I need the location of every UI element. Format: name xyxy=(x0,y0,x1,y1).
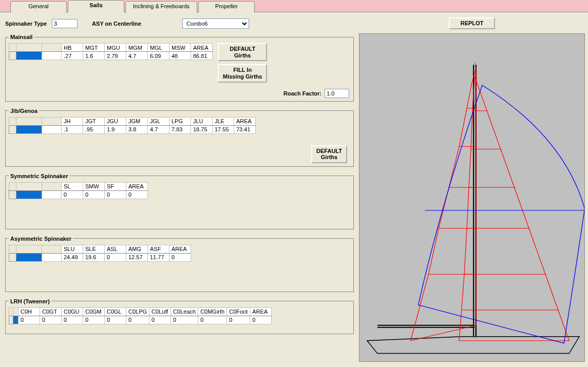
sym-legend: Symmetric Spinnaker xyxy=(9,173,70,179)
lrh-table[interactable]: C0HC0GT C0GUC0GM C0GLC0LPG C0LuffC0Leach… xyxy=(9,307,272,324)
table-row[interactable]: .1.95 1.93.8 4.77.83 18.7517.55 73.41 xyxy=(9,125,256,133)
table-row[interactable]: 00 00 xyxy=(9,190,148,199)
roach-factor-input[interactable] xyxy=(325,89,349,98)
lrh-legend: LRH (Tweener) xyxy=(9,298,51,304)
sail-plot xyxy=(359,33,585,362)
sym-spinnaker-group: Symmetric Spinnaker SLSMW SFAREA 00 00 xyxy=(5,173,354,229)
tab-sails[interactable]: Sails xyxy=(68,0,124,12)
mainsail-default-girths-button[interactable]: DEFAULTGirths xyxy=(218,43,267,61)
tab-bar: General Sails Inclining & Freeboards Pro… xyxy=(0,0,588,12)
lrh-group: LRH (Tweener) C0HC0GT C0GUC0GM C0GLC0LPG… xyxy=(5,298,354,334)
table-row[interactable]: 24.4919.6 012.57 11.770 xyxy=(9,253,191,261)
tab-inclining[interactable]: Inclining & Freeboards xyxy=(125,1,197,13)
mainsail-table[interactable]: HBMGT MGUMGM MGLMSW AREA .271.6 2.794.7 … xyxy=(9,43,213,60)
mainsail-group: Mainsail HBMGT MGUMGM MGLMSW AREA .271.6… xyxy=(5,34,354,102)
roach-factor-label: Roach Factor: xyxy=(283,90,321,96)
asy-centerline-label: ASY on Centerline xyxy=(92,21,141,27)
asym-legend: Asymmetric Spinnaker xyxy=(9,236,73,242)
replot-button[interactable]: REPLOT xyxy=(449,17,495,29)
asy-combo[interactable]: Combo6 xyxy=(182,18,249,29)
jib-legend: Jib/Genoa xyxy=(9,108,39,114)
tab-general[interactable]: General xyxy=(10,1,67,13)
table-row[interactable]: 00 00 00 00 00 0 xyxy=(9,316,272,324)
tab-propeller[interactable]: Propeller xyxy=(198,1,255,13)
spinnaker-type-input[interactable] xyxy=(52,19,78,28)
jib-group: Jib/Genoa JHJGT JGUJGM JGLLPG JLUJLE ARE… xyxy=(5,108,354,167)
asym-table[interactable]: SLUSLE ASLAMG ASFAREA 24.4919.6 012.57 1… xyxy=(9,245,191,262)
mainsail-legend: Mainsail xyxy=(9,34,34,40)
mainsail-fill-girths-button[interactable]: FILL InMissing Girths xyxy=(218,64,267,82)
jib-default-girths-button[interactable]: DEFAULTGirths xyxy=(311,145,347,163)
sym-table[interactable]: SLSMW SFAREA 00 00 xyxy=(9,182,148,199)
jib-table[interactable]: JHJGT JGUJGM JGLLPG JLUJLE AREA .1.95 1.… xyxy=(9,117,256,134)
spinnaker-type-label: Spinnaker Type xyxy=(5,21,47,27)
asym-spinnaker-group: Asymmetric Spinnaker SLUSLE ASLAMG ASFAR… xyxy=(5,236,354,292)
table-row[interactable]: .271.6 2.794.7 6.0948 86.81 xyxy=(9,52,213,60)
